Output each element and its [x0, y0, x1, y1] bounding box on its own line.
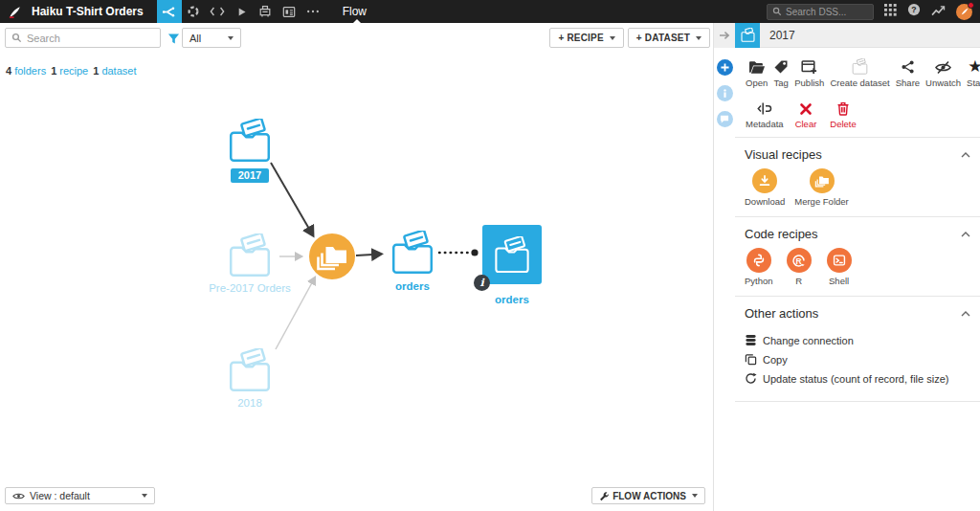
deploy-nav-icon[interactable]: [254, 0, 278, 23]
code-recipes-section: Code recipes Python R R: [735, 217, 980, 297]
share-icon: [901, 57, 915, 75]
details-tab-button[interactable]: [717, 85, 733, 101]
delete-action[interactable]: Delete: [827, 97, 858, 131]
create-dataset-folder-icon: [851, 57, 869, 75]
star-action[interactable]: ★ Star: [964, 56, 980, 90]
flow-node-2017[interactable]: [226, 119, 274, 167]
user-avatar[interactable]: [956, 4, 972, 20]
apps-grid-icon[interactable]: [884, 3, 897, 20]
jobs-nav-icon[interactable]: [230, 0, 254, 23]
filter-icon[interactable]: [167, 32, 180, 49]
refresh-icon: [745, 372, 757, 385]
more-nav-icon[interactable]: [301, 0, 325, 23]
discussions-tab-button[interactable]: [717, 111, 733, 127]
top-navbar: Haiku T-Shirt Orders: [0, 0, 980, 23]
flow-node-2018-label[interactable]: 2018: [202, 397, 298, 409]
info-badge[interactable]: i: [474, 275, 490, 291]
dss-app-window: Haiku T-Shirt Orders: [0, 0, 980, 511]
create-dataset-action[interactable]: Create dataset: [827, 56, 892, 90]
new-dataset-button[interactable]: + DATASET: [628, 28, 710, 48]
folder-type-icon: [735, 23, 760, 48]
flow-node-pre2017-label[interactable]: Pre-2017 Orders: [202, 282, 298, 294]
plus-icon: [721, 63, 729, 72]
quick-actions: Open Tag Publish Create dataset Share: [735, 48, 980, 138]
star-icon: ★: [968, 57, 980, 75]
open-action[interactable]: Open: [743, 56, 770, 90]
global-search-input[interactable]: [786, 7, 868, 17]
dashboards-nav-icon[interactable]: [278, 0, 301, 23]
flow-node-orders-output[interactable]: [482, 225, 542, 284]
flow-node-pre2017[interactable]: [226, 233, 274, 281]
recipe-count-link[interactable]: recipe: [59, 65, 88, 77]
folder-icon: [226, 233, 274, 278]
selected-object-title: 2017: [769, 29, 795, 42]
python-recipe-button[interactable]: Python: [745, 248, 773, 286]
clear-action[interactable]: Clear: [792, 97, 820, 131]
chevron-up-icon: [961, 232, 970, 237]
folders-count: 4: [6, 65, 11, 77]
dataset-count: 1: [93, 65, 99, 77]
flow-node-2018[interactable]: [226, 348, 274, 396]
info-icon: [721, 89, 729, 98]
new-recipe-button[interactable]: + RECIPE: [549, 28, 623, 48]
flow-object-counts: 4folders1recipe1dataset: [6, 65, 141, 77]
flow-search-box[interactable]: [5, 28, 161, 48]
view-selector[interactable]: View : default: [5, 487, 155, 504]
flow-search-input[interactable]: [27, 33, 151, 44]
panel-header: 2017: [735, 23, 980, 48]
update-status-action[interactable]: Update status (count of record, file siz…: [745, 372, 970, 385]
download-recipe-button[interactable]: Download: [745, 168, 785, 207]
flow-node-merge-recipe[interactable]: [309, 233, 355, 279]
r-recipe-button[interactable]: R R: [787, 248, 812, 286]
filter-dropdown[interactable]: All: [182, 28, 241, 48]
eye-icon: [12, 492, 25, 500]
global-search[interactable]: [767, 4, 874, 20]
share-action[interactable]: Share: [893, 56, 923, 90]
copy-action[interactable]: Copy: [745, 353, 970, 366]
speech-bubble-icon: [720, 115, 729, 123]
trend-icon[interactable]: [931, 3, 946, 20]
database-icon: [745, 334, 757, 346]
unwatch-action[interactable]: Unwatch: [923, 56, 964, 90]
add-action-button[interactable]: [717, 59, 733, 76]
right-details-panel: 2017 Open Tag Publish Create d: [735, 23, 980, 511]
arrow-right-icon: [719, 31, 730, 40]
main-nav-icons: [157, 0, 325, 23]
code-recipes-header[interactable]: Code recipes: [745, 223, 970, 248]
project-title[interactable]: Haiku T-Shirt Orders: [32, 5, 144, 18]
notebooks-nav-icon[interactable]: [206, 0, 230, 23]
metadata-icon: [757, 99, 772, 116]
flow-nav-icon[interactable]: [157, 0, 182, 23]
flow-node-2017-label[interactable]: 2017: [216, 168, 283, 183]
folder-icon: [226, 119, 274, 163]
flow-canvas[interactable]: All 4folders1recipe1dataset + RECIPE + D…: [0, 23, 713, 511]
flow-node-orders-folder-label[interactable]: orders: [365, 280, 460, 292]
current-page-label: Flow: [343, 5, 367, 18]
wrench-icon: [599, 491, 609, 501]
copy-icon: [745, 353, 757, 366]
metadata-action[interactable]: Metadata: [743, 97, 787, 131]
visual-recipes-header[interactable]: Visual recipes: [745, 144, 970, 168]
chevron-down-icon: [228, 36, 234, 40]
flow-actions-button[interactable]: FLOW ACTIONS: [591, 487, 705, 504]
download-icon: [752, 168, 777, 193]
dataiku-logo-icon[interactable]: [7, 4, 23, 20]
collapse-panel-button[interactable]: [714, 23, 735, 48]
change-connection-action[interactable]: Change connection: [745, 334, 970, 346]
help-icon[interactable]: ?: [907, 3, 921, 20]
lab-nav-icon[interactable]: [182, 0, 206, 23]
other-actions-header[interactable]: Other actions: [745, 302, 970, 327]
trash-icon: [836, 99, 850, 116]
tag-action[interactable]: Tag: [770, 56, 791, 90]
folders-count-link[interactable]: folders: [14, 65, 46, 77]
eye-slash-icon: [935, 57, 951, 75]
merge-folder-icon: [309, 233, 355, 279]
flow-node-orders-output-label[interactable]: orders: [464, 294, 560, 305]
chevron-down-icon: [610, 36, 615, 40]
dataset-count-link[interactable]: dataset: [101, 65, 136, 77]
flow-edges: [0, 23, 713, 511]
publish-action[interactable]: Publish: [791, 56, 827, 90]
flow-node-orders-folder[interactable]: [389, 231, 436, 278]
merge-folder-recipe-button[interactable]: Merge Folder: [794, 168, 849, 207]
shell-recipe-button[interactable]: Shell: [827, 248, 852, 286]
